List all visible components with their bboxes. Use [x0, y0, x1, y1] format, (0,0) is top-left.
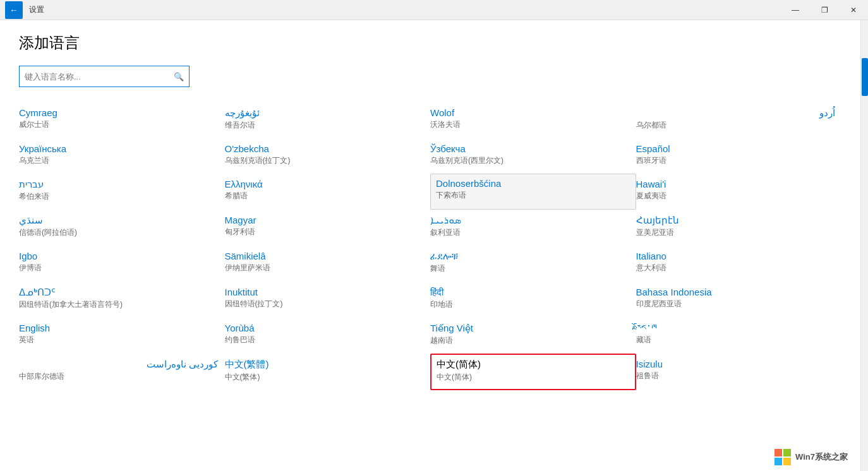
language-name: Cymraeg	[19, 107, 219, 118]
language-subtitle: 约鲁巴语	[225, 335, 425, 345]
search-icon: 🔍	[174, 72, 184, 81]
list-item[interactable]: Tiếng Việt越南语	[430, 318, 636, 354]
list-item[interactable]: ܣܘܪܝܝܐ叙利亚语	[430, 210, 636, 246]
list-item[interactable]: سنڌي信德语(阿拉伯语)	[19, 210, 225, 246]
language-subtitle: 中部库尔德语	[19, 371, 219, 382]
list-item[interactable]: ፊደሎቹ舞语	[430, 246, 636, 282]
content-area: 添加语言 🔍 Cymraeg威尔士语ئۇيغۇرچە维吾尔语Wolof沃洛夫语ا…	[0, 20, 860, 471]
windows-logo	[774, 448, 792, 466]
language-name: Hawai'i	[636, 179, 836, 189]
language-name: Wolof	[430, 107, 630, 118]
language-subtitle: 乌尔都语	[636, 120, 836, 131]
list-item[interactable]: Inuktitut因纽特语(拉丁文)	[225, 282, 431, 318]
language-subtitle: 因纽特语(加拿大土著语言符号)	[19, 299, 219, 310]
list-item[interactable]: ᐃᓄᒃᑎᑐᑦ因纽特语(加拿大土著语言符号)	[19, 282, 225, 318]
svg-rect-1	[783, 449, 791, 456]
language-subtitle: 维吾尔语	[225, 120, 425, 131]
language-name: ئۇيغۇرچە	[225, 107, 425, 119]
language-grid: Cymraeg威尔士语ئۇيغۇرچە维吾尔语Wolof沃洛夫语اُردو乌尔都…	[19, 102, 841, 390]
language-subtitle: 越南语	[430, 335, 630, 346]
svg-rect-3	[783, 458, 791, 465]
language-name: اُردو	[636, 107, 836, 119]
watermark: Win7系统之家	[774, 448, 848, 466]
language-name: Sämikielâ	[225, 251, 425, 261]
language-name: Español	[636, 143, 836, 154]
language-name: Inuktitut	[225, 287, 425, 297]
language-name: سنڌي	[19, 215, 219, 226]
language-subtitle: 因纽特语(拉丁文)	[225, 299, 425, 309]
list-item[interactable]: ئۇيغۇرچە维吾尔语	[225, 102, 431, 138]
list-item[interactable]: كوردیی ناوەراست中部库尔德语	[19, 354, 225, 390]
language-name: 中文(简体)	[437, 359, 629, 371]
language-name: ܣܘܪܝܝܐ	[430, 215, 630, 226]
list-item[interactable]: Magyar匈牙利语	[225, 210, 431, 246]
list-item[interactable]: 中文(繁體)中文(繁体)	[225, 354, 431, 390]
scrollbar-thumb[interactable]	[862, 58, 868, 96]
search-input[interactable]	[25, 72, 174, 81]
list-item[interactable]: Bahasa Indonesia印度尼西亚语	[636, 282, 842, 318]
language-name: Հայերէն	[636, 215, 836, 226]
language-subtitle: 印度尼西亚语	[636, 299, 836, 309]
language-subtitle: 中文(简体)	[437, 372, 629, 383]
language-subtitle: 希腊语	[225, 191, 425, 201]
list-item[interactable]: اُردو乌尔都语	[636, 102, 842, 138]
language-subtitle: 希伯来语	[19, 191, 219, 202]
language-subtitle: 舞语	[430, 263, 630, 274]
list-item[interactable]: Igbo伊博语	[19, 246, 225, 282]
list-item[interactable]: Wolof沃洛夫语	[430, 102, 636, 138]
language-subtitle: 信德语(阿拉伯语)	[19, 227, 219, 238]
svg-rect-2	[775, 458, 782, 465]
watermark-text: Win7系统之家	[795, 451, 848, 463]
list-item[interactable]: English英语	[19, 318, 225, 354]
list-item[interactable]: Cymraeg威尔士语	[19, 102, 225, 138]
list-item[interactable]: Sämikielâ伊纳里萨米语	[225, 246, 431, 282]
language-name: עברית	[19, 179, 219, 190]
minimize-button[interactable]: —	[781, 0, 810, 20]
language-name: ፊደሎቹ	[430, 251, 630, 262]
list-item[interactable]: 中文(简体)中文(简体)	[430, 354, 636, 390]
list-item[interactable]: Українська乌克兰语	[19, 138, 225, 174]
list-item[interactable]: Hawai'i夏威夷语	[636, 174, 842, 210]
language-name: རྫོང་ཁ	[636, 323, 836, 333]
list-item[interactable]: Dolnoserbšćina下索布语	[430, 174, 636, 210]
title-bar: ← 设置 — ❐ ✕	[0, 0, 868, 20]
main-content: 添加语言 🔍 Cymraeg威尔士语ئۇيغۇرچە维吾尔语Wolof沃洛夫语ا…	[0, 20, 868, 471]
list-item[interactable]: Ελληνικά希腊语	[225, 174, 431, 210]
language-name: Dolnoserbšćina	[436, 178, 629, 189]
language-subtitle: 中文(繁体)	[225, 372, 425, 383]
language-subtitle: 伊博语	[19, 263, 219, 273]
language-name: 中文(繁體)	[225, 359, 425, 371]
language-name: हिंदी	[430, 287, 630, 298]
language-subtitle: 威尔士语	[19, 119, 219, 130]
list-item[interactable]: Yorùbá约鲁巴语	[225, 318, 431, 354]
scrollbar[interactable]	[860, 20, 868, 471]
window-title: 设置	[29, 4, 44, 15]
list-item[interactable]: Italiano意大利语	[636, 246, 842, 282]
language-subtitle: 伊纳里萨米语	[225, 263, 425, 273]
list-item[interactable]: Isizulu祖鲁语	[636, 354, 842, 390]
language-name: English	[19, 323, 219, 333]
list-item[interactable]: Ўзбекча乌兹别克语(西里尔文)	[430, 138, 636, 174]
list-item[interactable]: हिंदी印地语	[430, 282, 636, 318]
search-box[interactable]: 🔍	[19, 66, 190, 87]
language-subtitle: 亚美尼亚语	[636, 227, 836, 238]
list-item[interactable]: Español西班牙语	[636, 138, 842, 174]
language-name: Tiếng Việt	[430, 323, 630, 334]
window-controls: — ❐ ✕	[781, 0, 868, 20]
language-subtitle: 意大利语	[636, 263, 836, 273]
list-item[interactable]: עברית希伯来语	[19, 174, 225, 210]
language-subtitle: 藏语	[636, 335, 836, 345]
language-subtitle: 西班牙语	[636, 155, 836, 166]
language-subtitle: 下索布语	[436, 190, 629, 201]
language-name: O'zbekcha	[225, 143, 425, 154]
list-item[interactable]: O'zbekcha乌兹别克语(拉丁文)	[225, 138, 431, 174]
list-item[interactable]: Հայերէն亚美尼亚语	[636, 210, 842, 246]
language-name: Yorùbá	[225, 323, 425, 333]
close-button[interactable]: ✕	[839, 0, 868, 20]
language-subtitle: 叙利亚语	[430, 227, 630, 238]
page-title: 添加语言	[19, 33, 841, 53]
back-button[interactable]: ←	[5, 1, 23, 19]
list-item[interactable]: རྫོང་ཁ藏语	[636, 318, 842, 354]
language-subtitle: 印地语	[430, 299, 630, 310]
restore-button[interactable]: ❐	[810, 0, 839, 20]
